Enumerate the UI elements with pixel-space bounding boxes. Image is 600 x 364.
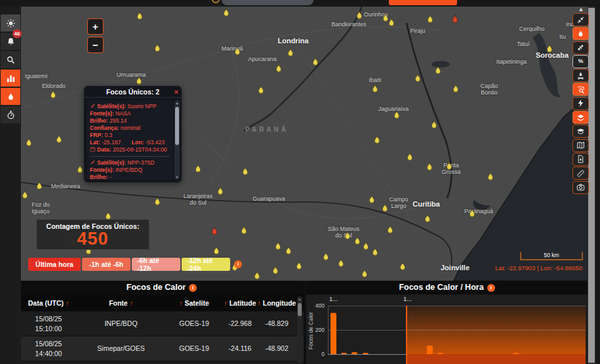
map-book-button[interactable] [572, 139, 589, 152]
fire-marker-icon[interactable] [446, 161, 453, 171]
fire-marker-icon[interactable] [469, 209, 476, 218]
fire-marker-icon[interactable] [487, 172, 494, 181]
fire-marker-icon[interactable] [372, 84, 379, 93]
zoom-out-button[interactable]: − [87, 37, 104, 53]
fire-marker-icon[interactable] [452, 84, 460, 93]
bonfire-button[interactable] [572, 69, 589, 82]
fire-marker-icon[interactable] [136, 11, 144, 20]
percent-button[interactable]: % [572, 55, 589, 68]
column-header-satelite[interactable]: ↑ Satelite [165, 299, 224, 307]
fire-marker-icon[interactable] [344, 231, 351, 240]
fire-marker-icon[interactable] [382, 203, 389, 212]
fire-marker-icon[interactable] [217, 186, 224, 195]
layers-button[interactable] [572, 111, 589, 124]
fire-marker-red-icon[interactable] [452, 14, 459, 24]
time-filter-button[interactable]: -12h até -24h [182, 258, 230, 271]
time-filter-button[interactable]: -1h até -6h [82, 258, 130, 271]
fire-marker-icon[interactable] [546, 44, 553, 53]
fire-marker-icon[interactable] [36, 181, 43, 190]
legend-info-icon[interactable]: i [234, 260, 242, 268]
fire-marker-icon[interactable] [241, 226, 248, 235]
education-button[interactable] [572, 125, 589, 138]
fire-marker-icon[interactable] [136, 76, 143, 85]
charts-button[interactable] [1, 70, 20, 87]
fire-marker-icon[interactable] [22, 190, 29, 199]
fire-marker-icon[interactable] [154, 197, 161, 206]
fire-marker-icon[interactable] [426, 162, 433, 171]
fire-marker-icon[interactable] [296, 261, 303, 270]
fire-marker-icon[interactable] [195, 164, 202, 173]
chart-bar[interactable] [351, 352, 357, 354]
table-scrollbar[interactable]: ▲ [297, 296, 302, 363]
notifications-button[interactable]: 46 [1, 33, 20, 50]
fire-marker-icon[interactable] [254, 271, 261, 280]
column-header-latitude[interactable]: ↑ Latitude [224, 299, 256, 307]
fire-marker-icon[interactable] [285, 246, 292, 255]
fire-marker-icon[interactable] [258, 85, 265, 94]
file-export-button[interactable] [572, 153, 589, 166]
fire-marker-red-icon[interactable] [211, 226, 218, 235]
fires-button[interactable] [1, 88, 20, 105]
time-filter-button[interactable]: Última hora [28, 258, 81, 271]
chart-bar[interactable] [341, 353, 347, 354]
table-row[interactable]: 15/08/25 14:40:00Simepar/GOESGOES-19-24.… [20, 336, 304, 361]
primary-action-button[interactable] [389, 0, 457, 5]
measure-button[interactable] [572, 167, 589, 180]
fire-marker-icon[interactable] [77, 165, 84, 174]
fire-marker-icon[interactable] [414, 73, 422, 83]
area-search-button[interactable] [572, 83, 589, 96]
search-button[interactable] [1, 51, 20, 68]
fire-marker-icon[interactable] [323, 252, 330, 261]
fire-layer-button[interactable] [572, 27, 589, 40]
fire-marker-icon[interactable] [435, 66, 442, 75]
table-info-icon[interactable]: i [189, 284, 197, 292]
fire-marker-icon[interactable] [312, 57, 319, 66]
chart-bar[interactable] [437, 353, 443, 354]
fire-marker-icon[interactable] [56, 134, 63, 144]
fire-marker-icon[interactable] [361, 269, 369, 278]
fire-marker-icon[interactable] [387, 225, 394, 234]
fire-marker-icon[interactable] [275, 241, 282, 251]
time-button[interactable] [1, 106, 20, 123]
fire-marker-icon[interactable] [369, 195, 376, 204]
column-header-longitude[interactable]: ↑ Longitude [256, 299, 297, 307]
popup-close-button[interactable]: × [174, 87, 178, 97]
fire-marker-icon[interactable] [374, 135, 381, 144]
table-row[interactable]: 15/08/25INPE/BDQTERRA_M-T-25.714-52.244 [20, 361, 304, 364]
time-filter-button[interactable]: -6h até -12h [132, 258, 180, 271]
fire-marker-icon[interactable] [26, 138, 33, 147]
zoom-in-button[interactable]: + [87, 18, 104, 35]
fire-marker-icon[interactable] [399, 262, 407, 271]
fire-marker-icon[interactable] [234, 47, 241, 56]
fire-marker-icon[interactable] [223, 8, 230, 17]
lightning-button[interactable] [572, 97, 589, 110]
fire-marker-icon[interactable] [275, 64, 283, 73]
satellite-button[interactable] [572, 41, 589, 54]
fire-marker-icon[interactable] [354, 236, 361, 245]
chart-info-icon[interactable]: i [487, 284, 495, 292]
screenshot-button[interactable] [572, 181, 589, 194]
fire-marker-icon[interactable] [424, 214, 431, 223]
chart-bar[interactable] [427, 346, 433, 354]
popup-scrollbar[interactable]: ▲ ▼ [174, 100, 180, 180]
collapse-button[interactable] [572, 13, 589, 26]
fire-marker-icon[interactable] [427, 14, 434, 24]
fire-marker-icon[interactable] [407, 152, 414, 161]
column-header-fonte[interactable]: Fonte ↑ [77, 299, 165, 307]
fire-marker-icon[interactable] [372, 247, 379, 256]
fire-marker-icon[interactable] [287, 48, 294, 57]
column-header-datautc[interactable]: Data (UTC) ↑ [20, 299, 77, 307]
chart-bar[interactable] [330, 313, 336, 354]
fire-marker-icon[interactable] [356, 10, 363, 20]
fire-marker-icon[interactable] [213, 246, 220, 255]
fire-marker-icon[interactable] [363, 241, 370, 251]
toolbar-scroll-up-icon[interactable]: ▲ [572, 6, 590, 12]
fire-marker-icon[interactable] [154, 43, 161, 52]
search-pill[interactable] [222, 0, 313, 5]
fire-marker-icon[interactable] [50, 90, 57, 99]
fire-marker-icon[interactable] [431, 120, 438, 129]
map-canvas[interactable]: IguatemiEldoradoUmuaramaMaringáApucarana… [21, 7, 588, 281]
fire-marker-icon[interactable] [272, 266, 279, 275]
fire-marker-icon[interactable] [393, 110, 401, 119]
chart-bar[interactable] [513, 353, 519, 354]
